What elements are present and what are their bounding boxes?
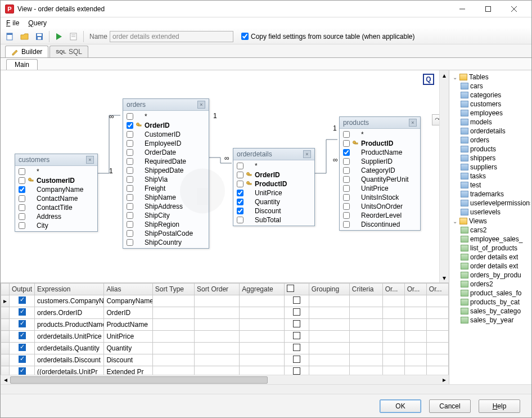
field-subtotal[interactable]: SubTotal (233, 215, 314, 224)
tree-item-categories[interactable]: categories (450, 91, 530, 100)
name-input[interactable] (110, 31, 233, 42)
tree-item-models[interactable]: models (450, 118, 530, 127)
grid-row[interactable]: ((orderdetails.UnitPrExtended Pr (1, 366, 449, 375)
field-checkbox[interactable] (343, 131, 350, 138)
field-supplierid[interactable]: SupplierID (340, 157, 420, 166)
expand-icon[interactable]: ⌄ (452, 74, 458, 80)
tree-item-userlevelpermissions[interactable]: userlevelpermissions (450, 199, 530, 208)
new-button[interactable] (4, 30, 16, 43)
field-orderdate[interactable]: OrderDate (123, 148, 209, 157)
tree-item-order-details-ext[interactable]: order details ext (450, 253, 530, 262)
expand-icon[interactable]: ⌄ (452, 218, 458, 224)
field-checkbox[interactable] (127, 113, 133, 120)
close-icon[interactable]: × (197, 101, 205, 109)
output-grid[interactable]: OutputExpressionAliasSort TypeSort Order… (1, 283, 449, 384)
output-checkbox[interactable] (19, 332, 26, 339)
field-checkbox[interactable] (237, 208, 244, 214)
field-checkbox[interactable] (19, 204, 25, 211)
field-customerid[interactable]: CustomerID (15, 176, 97, 185)
field-contactname[interactable]: ContactName (15, 194, 97, 203)
field-shipregion[interactable]: ShipRegion (123, 220, 209, 229)
grid-row[interactable]: ▸customers.CompanyNameCompanyName (1, 295, 449, 307)
field-discount[interactable]: Discount (233, 206, 314, 215)
query-icon-button[interactable]: Q (423, 74, 434, 85)
field-checkbox[interactable] (19, 222, 25, 229)
output-checkbox[interactable] (19, 308, 26, 316)
field-checkbox[interactable] (127, 221, 133, 228)
grid-row[interactable]: orderdetails.QuantityQuantity (1, 343, 449, 354)
field-requireddate[interactable]: RequiredDate (123, 157, 209, 166)
field-unitprice[interactable]: UnitPrice (233, 188, 314, 197)
field-orderid[interactable]: OrderID (233, 170, 314, 179)
tree-item-orderdetails[interactable]: orderdetails (450, 127, 530, 136)
field-checkbox[interactable] (127, 212, 133, 219)
field-*[interactable]: * (15, 167, 97, 176)
scroll-left-icon[interactable]: ◂ (1, 375, 10, 384)
field-shippostalcode[interactable]: ShipPostalCode (123, 229, 209, 238)
diagram-scrollbar-v[interactable]: ▴ ▾ (439, 70, 449, 282)
field-checkbox[interactable] (343, 194, 350, 201)
field-orderid[interactable]: OrderID (123, 121, 209, 130)
field-checkbox[interactable] (127, 239, 133, 246)
object-tree[interactable]: ⌄ Tables carscategoriescustomersemployee… (449, 70, 531, 384)
field-*[interactable]: * (123, 112, 209, 121)
field-productname[interactable]: ProductName (340, 148, 420, 157)
grouping-checkbox[interactable] (293, 367, 300, 375)
field-checkbox[interactable] (343, 212, 350, 219)
tree-item-tasks[interactable]: tasks (450, 172, 530, 181)
grid-row[interactable]: orders.OrderIDOrderID (1, 307, 449, 319)
field-checkbox[interactable] (237, 163, 244, 169)
field-shipcountry[interactable]: ShipCountry (123, 238, 209, 247)
field-checkbox[interactable] (237, 190, 244, 196)
output-checkbox[interactable] (19, 344, 26, 351)
close-icon[interactable]: × (409, 119, 417, 127)
tab-builder[interactable]: Builder (5, 46, 48, 57)
tree-item-orders_by_produ[interactable]: orders_by_produ (450, 271, 530, 280)
field-discontinued[interactable]: Discontinued (340, 220, 420, 229)
grouping-checkbox[interactable] (293, 320, 300, 327)
scroll-right-icon[interactable]: ▸ (439, 375, 449, 384)
tree-item-products[interactable]: products (450, 145, 530, 154)
field-checkbox[interactable] (19, 195, 25, 202)
grouping-checkbox[interactable] (293, 308, 300, 316)
field-contacttitle[interactable]: ContactTitle (15, 203, 97, 212)
field-shipvia[interactable]: ShipVia (123, 175, 209, 184)
output-checkbox[interactable] (19, 356, 26, 363)
field-productid[interactable]: ProductID (233, 179, 314, 188)
grouping-checkbox[interactable] (293, 344, 300, 351)
minimize-button[interactable] (449, 1, 475, 17)
run-button[interactable] (53, 30, 65, 43)
output-checkbox[interactable] (19, 320, 26, 327)
tab-sql[interactable]: SQL SQL (49, 46, 88, 57)
menu-query[interactable]: Query (26, 18, 49, 28)
field-productid[interactable]: ProductID (340, 139, 420, 148)
close-button[interactable] (501, 1, 527, 17)
help-button[interactable]: Help (479, 399, 520, 413)
field-companyname[interactable]: CompanyName (15, 185, 97, 194)
tree-item-sales_by_catego[interactable]: sales_by_catego (450, 307, 530, 316)
field-shipcity[interactable]: ShipCity (123, 211, 209, 220)
tree-tables-root[interactable]: ⌄ Tables (450, 73, 530, 82)
field-freight[interactable]: Freight (123, 184, 209, 193)
field-checkbox[interactable] (343, 140, 350, 147)
tree-item-sales_by_year[interactable]: sales_by_year (450, 316, 530, 325)
cancel-button[interactable]: Cancel (429, 399, 471, 413)
tree-item-suppliers[interactable]: suppliers (450, 163, 530, 172)
field-shipname[interactable]: ShipName (123, 193, 209, 202)
output-checkbox[interactable] (19, 367, 26, 375)
grouping-checkbox[interactable] (293, 332, 300, 339)
output-checkbox[interactable] (19, 296, 26, 304)
field-checkbox[interactable] (127, 203, 133, 210)
field-checkbox[interactable] (343, 167, 350, 174)
diagram-canvas[interactable]: 1 ∞ 1 ∞ ∞ 1 Q ▴ ▾ customers× *CustomerID… (1, 70, 449, 283)
copy-fields-checkbox[interactable]: Copy field settings from source table (w… (241, 33, 414, 41)
tree-item-employee_sales_[interactable]: employee_sales_ (450, 235, 530, 244)
tree-scrollbar-h[interactable] (1, 384, 531, 394)
field-checkbox[interactable] (19, 177, 25, 184)
save-button[interactable] (33, 30, 46, 43)
field-checkbox[interactable] (127, 158, 133, 165)
tab-main[interactable]: Main (6, 59, 38, 70)
field-checkbox[interactable] (19, 213, 25, 220)
open-button[interactable] (19, 30, 31, 43)
field-checkbox[interactable] (237, 172, 244, 178)
